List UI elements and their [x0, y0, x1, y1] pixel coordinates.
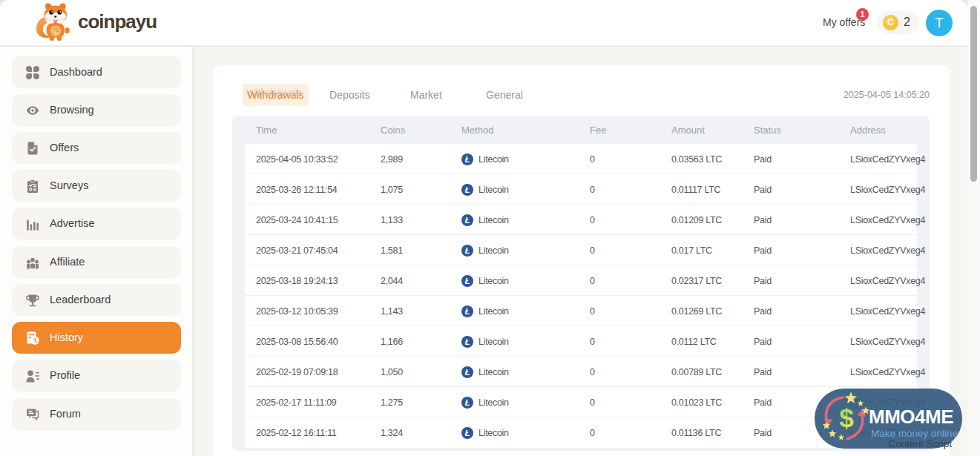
svg-text:c: c	[54, 27, 58, 35]
svg-text:$: $	[839, 403, 853, 432]
